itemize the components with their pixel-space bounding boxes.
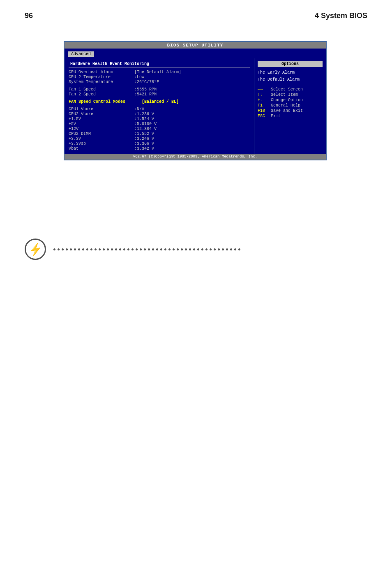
keybind-row: F10 Save and Exit (258, 109, 323, 113)
dot (78, 248, 80, 250)
bios-row: Fan 1 Speed :5555 RPM (69, 87, 250, 92)
row-label: +3.3Vsb (69, 141, 134, 146)
row-label-highlight: FAN Speed Control Modes (69, 100, 134, 104)
dot (119, 248, 121, 250)
bios-left-panel: Hardware Health Event Monitoring CPU Ove… (65, 58, 254, 154)
dot (131, 248, 134, 250)
lightning-bolt-icon: ⚡ (27, 241, 44, 257)
keybind-desc: Select Item (271, 93, 298, 97)
bios-screenshot: BIOS SETUP UTILITY Advanced Hardware Hea… (64, 41, 327, 160)
keybind-desc: Exit (271, 114, 281, 118)
dot (177, 248, 179, 250)
dot (181, 248, 183, 250)
row-label: CPU 2 Temperature (69, 75, 134, 79)
bios-tab-bar: Advanced (65, 49, 326, 58)
dot (148, 248, 150, 250)
dot (107, 248, 109, 250)
row-value: :3.366 V (134, 141, 154, 146)
dot (99, 248, 101, 250)
option-item: The Early Alarm (258, 70, 323, 76)
dot (238, 248, 240, 250)
dot (53, 248, 55, 250)
bios-row-fan-speed-control: FAN Speed Control Modes [Balanced / BL] (69, 100, 250, 104)
dot (197, 248, 199, 250)
dot (82, 248, 84, 250)
row-value: :3.342 V (134, 146, 154, 151)
section-header-left: Hardware Health Event Monitoring (69, 61, 250, 67)
keybind-row: +- Change Option (258, 98, 323, 102)
bios-row: CPU 2 Temperature :Low (69, 75, 250, 79)
row-label: +5V (69, 122, 134, 126)
row-value: :N/A (134, 107, 144, 111)
row-value: :Low (134, 75, 144, 79)
row-label: CPU2 DIMM (69, 132, 134, 136)
row-value: :5.0100 V (134, 122, 157, 126)
bios-row: +1.5V :1.524 V (69, 117, 250, 121)
dot (168, 248, 171, 250)
dot (218, 248, 220, 250)
dot (173, 248, 175, 250)
chapter-title: 4 System BIOS (315, 12, 367, 20)
row-value: :1.552 V (134, 132, 154, 136)
keybind-desc: General Help (271, 103, 300, 108)
row-label: Vbat (69, 146, 134, 151)
bios-title-bar: BIOS SETUP UTILITY (65, 42, 326, 49)
keybind-key: F10 (258, 109, 271, 113)
dot (222, 248, 224, 250)
dot (136, 248, 138, 250)
keybind-key: +- (258, 98, 271, 102)
dot (86, 248, 88, 250)
row-label: CPU1 Vcore (69, 107, 134, 111)
bios-row: Vbat :3.342 V (69, 146, 250, 151)
keybind-key: ESC (258, 114, 271, 118)
row-label: CPU Overheat Alarm (69, 70, 134, 74)
option-item: The Default Alarm (258, 76, 323, 83)
dots-line (53, 248, 362, 250)
dot (210, 248, 212, 250)
keybind-desc: Save and Exit (271, 109, 303, 113)
row-label: +3.3V (69, 137, 134, 141)
dot (193, 248, 195, 250)
bottom-section: ⚡ (25, 239, 362, 260)
row-label: +1.5V (69, 117, 134, 121)
bios-row: +3.3V :3.246 V (69, 137, 250, 141)
dot (66, 248, 68, 250)
dot (160, 248, 162, 250)
keybind-row: F1 General Help (258, 103, 323, 108)
row-label: CPU2 Vcore (69, 112, 134, 116)
dot (111, 248, 113, 250)
keybind-row: ←→ Select Screen (258, 87, 323, 92)
row-label: +12V (69, 127, 134, 131)
bios-row: Fan 2 Speed :5421 RPM (69, 92, 250, 97)
dot (234, 248, 236, 250)
dot (185, 248, 187, 250)
dot (152, 248, 154, 250)
dot (90, 248, 92, 250)
lightning-icon: ⚡ (25, 239, 46, 260)
dot (74, 248, 76, 250)
keybind-key: F1 (258, 103, 271, 108)
keybind-desc: Change Option (271, 98, 303, 102)
bios-row: CPU2 Vcore :1.236 V (69, 112, 250, 116)
row-value: :1.524 V (134, 117, 154, 121)
page-number: 96 (25, 12, 33, 20)
keybind-key: ←→ (258, 87, 271, 92)
bios-row: +5V :5.0100 V (69, 122, 250, 126)
dot (205, 248, 208, 250)
bios-right-panel: Options The Early Alarm The Default Alar… (254, 58, 326, 154)
row-value: :12.384 V (134, 127, 157, 131)
dot (230, 248, 232, 250)
dot (140, 248, 142, 250)
bios-row: System Temperature :26°C/78°F (69, 80, 250, 84)
dot (144, 248, 146, 250)
row-label: Fan 2 Speed (69, 92, 134, 97)
bios-tab-advanced[interactable]: Advanced (68, 51, 94, 57)
keybind-row: ↑↓ Select Item (258, 93, 323, 97)
keybind-row: ESC Exit (258, 114, 323, 118)
dot (103, 248, 105, 250)
bios-row: CPU1 Vcore :N/A (69, 107, 250, 111)
row-label: System Temperature (69, 80, 134, 84)
row-value: :1.236 V (134, 112, 154, 116)
bios-row: +12V :12.384 V (69, 127, 250, 131)
row-value-highlight: [Balanced / BL] (134, 100, 179, 104)
